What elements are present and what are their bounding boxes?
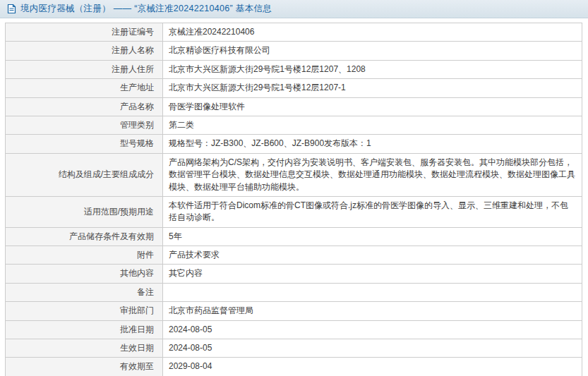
field-label-text: 产品储存条件及有效期 [69, 231, 154, 241]
field-label-text: 管理类别 [120, 120, 154, 130]
table-row: 产品名称骨医学图像处理软件 [6, 97, 582, 116]
table-row: 有效期至2029-08-04 [6, 358, 582, 376]
field-label-text: 生产地址 [120, 83, 154, 92]
registration-info-table: 注册证编号京械注准20242210406注册人名称北京精诊医疗科技有限公司注册人… [5, 23, 582, 376]
field-label-text: 型号规格 [120, 138, 154, 148]
field-value: 京械注准20242210406 [163, 23, 582, 42]
info-table-body: 注册证编号京械注准20242210406注册人名称北京精诊医疗科技有限公司注册人… [6, 23, 582, 376]
field-label: 审批部门 [6, 302, 163, 320]
field-label-text: 产品名称 [120, 102, 154, 111]
field-label: 注册证编号 [6, 23, 163, 42]
field-label: 产品名称 [6, 97, 163, 116]
field-label: 产品储存条件及有效期 [6, 227, 163, 245]
field-value: 第二类 [163, 116, 582, 134]
field-label-text: 备注 [137, 287, 154, 297]
field-label-text: 其他内容 [120, 268, 154, 278]
field-label: 管理类别 [6, 116, 163, 134]
field-value: 北京市药品监督管理局 [163, 302, 582, 320]
field-value: 其它内容 [163, 265, 582, 283]
table-row: 注册证编号京械注准20242210406 [6, 23, 582, 42]
field-label-text: 批准日期 [120, 325, 154, 334]
field-value: 本软件适用于符合Dicom标准的骨CT图像或符合.jz标准的骨医学图像的导入、显… [163, 196, 582, 227]
field-label-text: 结构及组成/主要组成成分 [59, 169, 154, 179]
field-label: 有效期至 [6, 358, 163, 376]
table-row: 产品储存条件及有效期5年 [6, 227, 582, 245]
table-row: 附件产品技术要求 [6, 246, 582, 265]
field-label: 生产地址 [6, 79, 163, 97]
field-label: 注册人住所 [6, 60, 163, 78]
field-label: 备注 [6, 283, 163, 301]
table-row: 适用范围/预期用途本软件适用于符合Dicom标准的骨CT图像或符合.jz标准的骨… [6, 196, 582, 227]
field-value: 2029-08-04 [163, 358, 582, 376]
field-value: 规格型号：JZ-B300、JZ-B600、JZ-B900发布版本：1 [163, 135, 582, 153]
field-value [163, 283, 582, 301]
field-label-text: 适用范围/预期用途 [84, 207, 154, 217]
field-value: 产品网络架构为C/S架构，交付内容为安装说明书、客户端安装包、服务器安装包。其中… [163, 153, 582, 196]
field-value: 2024-08-05 [163, 339, 582, 358]
table-row: 批准日期2024-08-05 [6, 320, 582, 339]
field-value: 北京市大兴区新源大街29号院1号楼12层1207、1208 [163, 60, 582, 78]
field-label: 型号规格 [6, 135, 163, 153]
table-row: 生产地址北京市大兴区新源大街29号院1号楼12层1207-1 [6, 79, 582, 97]
field-label: 结构及组成/主要组成成分 [6, 153, 163, 196]
field-label: 生效日期 [6, 339, 163, 358]
field-label-text: 附件 [137, 250, 154, 260]
field-label-text: 注册人住所 [112, 64, 154, 74]
field-value: 北京精诊医疗科技有限公司 [163, 42, 582, 60]
table-row: 审批部门北京市药品监督管理局 [6, 302, 582, 320]
field-label: 适用范围/预期用途 [6, 196, 163, 227]
field-value: 骨医学图像处理软件 [163, 97, 582, 116]
field-label-text: 有效期至 [120, 361, 154, 371]
field-label-text: 注册证编号 [112, 27, 154, 37]
table-row: 其他内容其它内容 [6, 265, 582, 283]
page-title: 境内医疗器械（注册） —— “京械注准20242210406” 基本信息 [20, 3, 272, 15]
table-row: 生效日期2024-08-05 [6, 339, 582, 358]
table-row: 注册人名称北京精诊医疗科技有限公司 [6, 42, 582, 60]
field-label: 附件 [6, 246, 163, 265]
field-value: 产品技术要求 [163, 246, 582, 265]
table-row: 备注 [6, 283, 582, 301]
field-label-text: 审批部门 [120, 305, 154, 315]
field-label-text: 注册人名称 [112, 45, 154, 55]
field-label: 其他内容 [6, 265, 163, 283]
field-value: 北京市大兴区新源大街29号院1号楼12层1207-1 [163, 79, 582, 97]
page-header: 境内医疗器械（注册） —— “京械注准20242210406” 基本信息 [0, 0, 588, 18]
field-label-text: 生效日期 [120, 343, 154, 353]
field-value: 5年 [163, 227, 582, 245]
field-value: 2024-08-05 [163, 320, 582, 339]
document-icon [7, 4, 16, 14]
field-label: 注册人名称 [6, 42, 163, 60]
table-row: 管理类别第二类 [6, 116, 582, 134]
field-label: 批准日期 [6, 320, 163, 339]
table-row: 型号规格规格型号：JZ-B300、JZ-B600、JZ-B900发布版本：1 [6, 135, 582, 153]
table-row: 注册人住所北京市大兴区新源大街29号院1号楼12层1207、1208 [6, 60, 582, 78]
table-row: 结构及组成/主要组成成分产品网络架构为C/S架构，交付内容为安装说明书、客户端安… [6, 153, 582, 196]
